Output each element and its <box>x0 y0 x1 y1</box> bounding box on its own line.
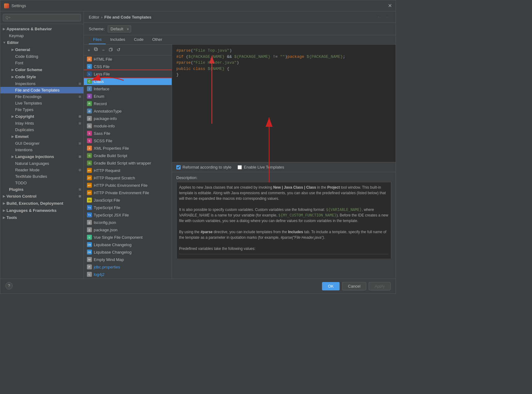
sidebar-item-emmet[interactable]: Emmet <box>0 133 84 140</box>
sidebar-item-tools[interactable]: Tools <box>0 214 84 221</box>
sidebar-item-general[interactable]: General <box>0 46 84 53</box>
list-item[interactable]: G Gradle Build Script with wrapper <box>84 159 172 167</box>
list-item[interactable]: L log4j2 <box>84 271 172 278</box>
sidebar-item-file-types[interactable]: File Types <box>0 106 84 113</box>
list-item[interactable]: V Vue Single File Component <box>84 233 172 241</box>
list-item[interactable]: {} tsconfig.json <box>84 219 172 226</box>
list-item[interactable]: p package-info <box>84 115 172 122</box>
list-item[interactable]: R Record <box>84 100 172 107</box>
sidebar-item-file-code-templates[interactable]: File and Code Templates <box>0 87 84 93</box>
list-item[interactable]: I Interface <box>84 85 172 92</box>
search-input[interactable] <box>3 14 81 21</box>
scheme-select[interactable]: Default Project <box>108 25 131 32</box>
list-item[interactable]: X XML Properties File <box>84 144 172 152</box>
reformat-label: Reformat according to style <box>182 165 231 169</box>
sidebar-item-inlay-hints[interactable]: Inlay Hints ⊞ <box>0 120 84 126</box>
list-item[interactable]: C CSS File <box>84 63 172 70</box>
cancel-button[interactable]: Cancel <box>342 282 366 290</box>
mind-map-icon: M <box>87 257 92 262</box>
file-list: H HTML File C CSS File L Less File <box>84 55 172 279</box>
sidebar-item-reader-mode[interactable]: Reader Mode ⊞ <box>0 167 84 173</box>
nav-back-button[interactable]: ← <box>376 14 383 20</box>
jdbc-props-icon: P <box>87 264 92 269</box>
list-item[interactable]: DB Liquibase Changelog <box>84 248 172 256</box>
list-item[interactable]: {} package.json <box>84 226 172 233</box>
sidebar-item-keymap[interactable]: Keymap <box>0 32 84 39</box>
list-item-class[interactable]: C Class <box>84 78 172 85</box>
remove-template-button[interactable]: − <box>101 47 106 53</box>
sidebar-item-code-style[interactable]: Code Style <box>0 73 84 80</box>
sidebar: Appearance & Behavior Keymap Editor Gene… <box>0 11 84 279</box>
add-template-button[interactable]: + <box>86 47 92 53</box>
list-item[interactable]: G Gradle Build Script <box>84 152 172 159</box>
reset-template-button[interactable]: ↺ <box>115 46 122 53</box>
list-item[interactable]: TS TypeScript File <box>84 204 172 211</box>
ok-button[interactable]: OK <box>322 282 340 290</box>
list-item[interactable]: API HTTP Request <box>84 167 172 174</box>
close-button[interactable]: ✕ <box>388 3 392 9</box>
tab-other[interactable]: Other <box>148 35 167 44</box>
list-item[interactable]: L Less File <box>84 70 172 78</box>
chevron-right-icon <box>11 155 14 158</box>
sidebar-item-textmate-bundles[interactable]: TextMate Bundles <box>0 173 84 180</box>
tab-files[interactable]: Files <box>89 35 106 44</box>
var-name: ${PACKAGE_NAME} <box>179 258 235 259</box>
list-item[interactable]: API HTTP Private Environment File <box>84 189 172 196</box>
scheme-row: Scheme: Default Project <box>84 23 396 35</box>
live-templates-checkbox-label[interactable]: Enable Live Templates <box>238 165 284 169</box>
list-item[interactable]: m module-info <box>84 122 172 130</box>
sidebar-item-todo[interactable]: TODO <box>0 180 84 186</box>
svg-rect-1 <box>94 48 97 50</box>
copy-template-button[interactable] <box>93 47 100 53</box>
sidebar-item-intentions[interactable]: Intentions <box>0 147 84 153</box>
tab-code[interactable]: Code <box>130 35 148 44</box>
sidebar-item-natural-languages[interactable]: Natural Languages <box>0 160 84 167</box>
sidebar-item-gui-designer[interactable]: GUI Designer ⊞ <box>0 140 84 147</box>
list-item[interactable]: H HTML File <box>84 55 172 63</box>
sidebar-item-font[interactable]: Font <box>0 60 84 66</box>
sidebar-item-copyright[interactable]: Copyright ⊞ <box>0 113 84 120</box>
list-item[interactable]: DB Liquibase Changelog <box>84 241 172 248</box>
sidebar-item-inspections[interactable]: Inspections ⊞ <box>0 80 84 87</box>
list-item[interactable]: @ AnnotationType <box>84 107 172 115</box>
list-item[interactable]: API HTTP Request Scratch <box>84 174 172 182</box>
list-item[interactable]: S Sass File <box>84 130 172 137</box>
sidebar-item-editor-group[interactable]: Editor <box>0 39 84 46</box>
list-item[interactable]: TS TypeScript JSX File <box>84 211 172 219</box>
var-desc: Name of the package in which a new class… <box>241 258 328 259</box>
sidebar-item-appearance[interactable]: Appearance & Behavior <box>0 25 84 32</box>
list-item[interactable]: JS JavaScript File <box>84 196 172 204</box>
sidebar-item-build[interactable]: Build, Execution, Deployment <box>0 200 84 207</box>
reformat-checkbox[interactable] <box>176 165 181 169</box>
interface-file-icon: I <box>87 86 92 91</box>
list-item[interactable]: M Empty Mind Map <box>84 256 172 263</box>
sidebar-item-code-editing[interactable]: Code Editing <box>0 53 84 60</box>
sidebar-item-label: Color Scheme <box>15 67 42 72</box>
sidebar-item-live-templates[interactable]: Live Templates <box>0 100 84 106</box>
code-editor[interactable]: #parse("File Top.java") #if (${PACKAGE_N… <box>172 45 396 162</box>
help-button[interactable]: ? <box>5 282 13 289</box>
nav-forward-button[interactable]: → <box>384 14 391 20</box>
sidebar-item-language-injections[interactable]: Language Injections ⊞ <box>0 153 84 160</box>
sidebar-item-plugins[interactable]: Plugins ⊞ <box>0 186 84 193</box>
description-text: Applies to new Java classes that are cre… <box>176 182 391 259</box>
live-templates-checkbox[interactable] <box>238 165 242 169</box>
duplicate-template-button[interactable] <box>107 47 114 53</box>
sidebar-item-color-scheme[interactable]: Color Scheme <box>0 66 84 73</box>
sidebar-item-languages[interactable]: Languages & Frameworks <box>0 207 84 214</box>
css-file-icon: C <box>87 64 92 69</box>
tab-includes[interactable]: Includes <box>106 35 129 44</box>
list-item[interactable]: P jdbc.properties <box>84 263 172 271</box>
list-item[interactable]: API HTTP Public Environment File <box>84 182 172 189</box>
xml-props-icon: X <box>87 146 92 151</box>
chevron-right-icon <box>11 48 14 51</box>
sidebar-item-file-encodings[interactable]: File Encodings ⊞ <box>0 93 84 100</box>
list-item[interactable]: S SCSS File <box>84 137 172 144</box>
app-icon <box>4 3 9 8</box>
sidebar-item-duplicates[interactable]: Duplicates <box>0 126 84 133</box>
sidebar-item-version-control[interactable]: Version Control ⊞ <box>0 193 84 200</box>
reformat-checkbox-label[interactable]: Reformat according to style <box>176 165 231 169</box>
dialog-footer: ? OK Cancel Apply <box>0 279 396 293</box>
list-item[interactable]: E Enum <box>84 92 172 100</box>
apply-button[interactable]: Apply <box>369 282 391 290</box>
